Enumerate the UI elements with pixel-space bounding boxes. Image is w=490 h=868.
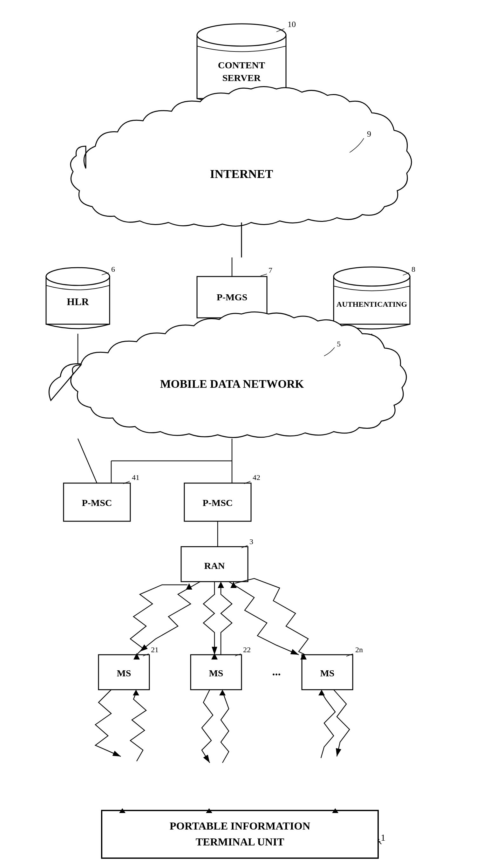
svg-text:MOBILE DATA NETWORK: MOBILE DATA NETWORK <box>160 378 304 390</box>
svg-point-1 <box>197 24 286 46</box>
svg-text:3: 3 <box>249 537 253 546</box>
svg-text:21: 21 <box>151 646 159 654</box>
svg-text:8: 8 <box>411 265 415 273</box>
svg-text:CONTENT: CONTENT <box>218 60 265 70</box>
svg-text:PORTABLE INFORMATION: PORTABLE INFORMATION <box>170 820 310 832</box>
svg-marker-64 <box>133 690 139 695</box>
svg-text:2n: 2n <box>355 646 363 654</box>
svg-text:22: 22 <box>243 646 251 654</box>
svg-text:HLR: HLR <box>67 296 89 307</box>
svg-point-20 <box>334 267 410 286</box>
svg-text:1: 1 <box>381 832 386 843</box>
svg-text:41: 41 <box>132 473 140 482</box>
svg-text:6: 6 <box>111 265 115 273</box>
svg-text:9: 9 <box>367 129 371 138</box>
svg-text:RAN: RAN <box>204 560 225 571</box>
network-diagram: CONTENT SERVER 10 INTERNET 9 HLR 6 P-MGS… <box>0 0 490 868</box>
svg-rect-53 <box>102 810 378 858</box>
svg-text:TERMINAL UNIT: TERMINAL UNIT <box>196 836 284 848</box>
svg-text:P-MGS: P-MGS <box>217 292 248 302</box>
svg-text:AUTHENTICATING: AUTHENTICATING <box>337 300 407 308</box>
svg-text:P-MSC: P-MSC <box>203 497 233 508</box>
svg-text:MS: MS <box>209 668 223 678</box>
svg-text:5: 5 <box>337 340 341 348</box>
svg-text:INTERNET: INTERNET <box>210 167 273 181</box>
svg-text:10: 10 <box>287 20 296 29</box>
svg-text:42: 42 <box>253 473 260 482</box>
svg-point-10 <box>46 268 110 285</box>
svg-marker-68 <box>318 690 325 695</box>
svg-text:7: 7 <box>269 266 272 274</box>
svg-marker-62 <box>231 582 237 588</box>
svg-text:MS: MS <box>117 668 131 678</box>
svg-marker-66 <box>219 690 225 695</box>
svg-line-36 <box>78 439 97 483</box>
svg-text:MS: MS <box>320 668 335 678</box>
svg-text:...: ... <box>272 665 281 678</box>
svg-text:P-MSC: P-MSC <box>82 497 112 508</box>
svg-text:SERVER: SERVER <box>222 72 261 83</box>
svg-marker-60 <box>218 582 224 588</box>
